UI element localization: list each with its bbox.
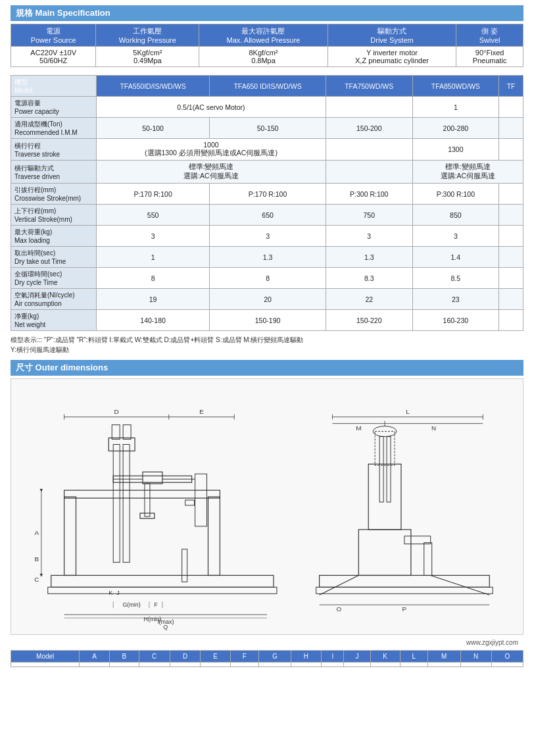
traverse-val2 <box>326 139 412 161</box>
row-vertical-label: 上下行程(mm)Vertical Stroke(mm) <box>11 205 97 226</box>
dim-col-g: G <box>259 651 291 663</box>
row-drycycle-label: 全循環時間(sec)Dry cycle Time <box>11 268 97 289</box>
svg-rect-44 <box>316 587 493 593</box>
maxload-val2: 3 <box>210 226 326 247</box>
cell-working-pressure: 5Kgf/cm²0.49Mpa <box>96 47 199 67</box>
svg-rect-1 <box>48 587 277 593</box>
dim-row-empty <box>11 663 80 667</box>
page: 規格 Main Specification 電源Power Source 工作氣… <box>0 0 534 672</box>
model-tfa750: TFA750WD/WS <box>326 76 412 97</box>
vertical-val3: 750 <box>326 205 412 226</box>
outer-dim-header: 尺寸 Outer dimensions <box>11 360 523 376</box>
crosswise-val3: P:300 R:100 <box>326 184 412 205</box>
footnote-line1: 模型表示::: "P":成品臂 "R":料頭臂 I:單截式 W:雙截式 D:成品… <box>11 335 523 345</box>
power-capacity-val4 <box>499 97 523 118</box>
weight-val2: 150-190 <box>210 310 326 331</box>
svg-text:M: M <box>356 424 361 432</box>
drycycle-val4: 8.5 <box>412 268 499 289</box>
dim-col-d: D <box>170 651 201 663</box>
svg-rect-13 <box>143 472 162 484</box>
svg-text:O: O <box>337 605 342 613</box>
weight-val1: 140-180 <box>97 310 210 331</box>
vertical-val4: 850 <box>412 205 499 226</box>
diagram-area: A B C D E G(min) <box>11 378 523 635</box>
svg-rect-14 <box>145 484 150 517</box>
drycycle-val5 <box>499 268 523 289</box>
vertical-val1: 550 <box>97 205 210 226</box>
cell-swivel: 90°FixedPneumatic <box>456 47 523 67</box>
air-val5 <box>499 289 523 310</box>
col-working-pressure: 工作氣壓Working Pressure <box>96 24 199 47</box>
imm-val4: 200-280 <box>412 118 499 139</box>
svg-text:K: K <box>109 590 112 596</box>
col-max-pressure: 最大容許氣壓Max. Allowed Pressure <box>199 24 328 47</box>
crosswise-val1: P:170 R:100 <box>97 184 210 205</box>
dim-col-f: F <box>230 651 259 663</box>
dim-col-j: J <box>344 651 370 663</box>
imm-val5 <box>499 118 523 139</box>
drytime-val1: 1 <box>97 247 210 268</box>
dim-col-l: L <box>400 651 427 663</box>
row-traverse-driven-label: 橫行驅動方式Traverse driven <box>11 161 97 184</box>
traverse-val1: 1000(選購1300 必須用變頻馬達或AC伺服馬達) <box>97 139 326 161</box>
row-maxload-label: 最大荷重(kg)Max loading <box>11 226 97 247</box>
col-swivel: 側 姿Swivel <box>456 24 523 47</box>
svg-rect-43 <box>320 575 490 587</box>
website-text: www.zgxjiypt.com <box>11 638 523 647</box>
crosswise-val5 <box>499 184 523 205</box>
imm-val3: 150-200 <box>326 118 412 139</box>
svg-text:N: N <box>431 424 436 432</box>
svg-text:L: L <box>406 408 410 415</box>
dim-col-model: Model <box>11 651 80 663</box>
col-drive-system: 驅動方式Drive System <box>328 24 456 47</box>
dim-col-m: M <box>427 651 460 663</box>
maxload-val4: 3 <box>412 226 499 247</box>
air-val4: 23 <box>412 289 499 310</box>
model-label-header: 機型Model <box>11 76 97 97</box>
model-tfa650: TFA650 ID/IS/WD/WS <box>210 76 326 97</box>
svg-rect-4 <box>64 490 220 498</box>
row-weight-label: 净重(kg)Net weight <box>11 310 97 331</box>
traverse-val4 <box>499 139 523 161</box>
svg-rect-49 <box>379 437 383 502</box>
svg-text:E: E <box>199 408 204 415</box>
row-crosswise-label: 引拔行程(mm)Crosswise Stroke(mm) <box>11 184 97 205</box>
drycycle-val3: 8.3 <box>326 268 412 289</box>
diagram-svg: A B C D E G(min) <box>11 379 523 634</box>
traverse-driven-val1: 標準:變頻馬達選購:AC伺服馬達 <box>97 161 326 184</box>
svg-rect-52 <box>424 543 432 576</box>
air-val1: 19 <box>97 289 210 310</box>
svg-text:A: A <box>34 529 39 536</box>
drycycle-val2: 8 <box>210 268 326 289</box>
dim-col-h: H <box>291 651 322 663</box>
svg-rect-46 <box>368 464 401 529</box>
dim-col-o: O <box>491 651 523 663</box>
row-traverse-label: 橫行行程Traverse stroke <box>11 139 97 161</box>
imm-val1: 50-100 <box>97 118 210 139</box>
model-tfa550: TFA550ID/IS/WD/WS <box>97 76 210 97</box>
svg-rect-16 <box>182 549 187 582</box>
vertical-val5 <box>499 205 523 226</box>
main-spec-header: 規格 Main Specification <box>11 5 523 21</box>
model-spec-table: 機型Model TFA550ID/IS/WD/WS TFA650 ID/IS/W… <box>11 75 523 331</box>
weight-val5 <box>499 310 523 331</box>
svg-text:B: B <box>34 555 39 563</box>
crosswise-val2: P:170 R:100 <box>210 184 326 205</box>
main-spec-section: 規格 Main Specification 電源Power Source 工作氣… <box>11 5 523 67</box>
model-tf: TF <box>499 76 523 97</box>
svg-text:P: P <box>402 605 407 613</box>
footnote: 模型表示::: "P":成品臂 "R":料頭臂 I:單截式 W:雙截式 D:成品… <box>11 335 523 355</box>
svg-rect-5 <box>113 444 120 562</box>
dim-col-a: A <box>80 651 109 663</box>
svg-text:C: C <box>34 576 39 583</box>
weight-val4: 160-230 <box>412 310 499 331</box>
svg-rect-45 <box>358 530 411 576</box>
cell-power: AC220V ±10V50/60HZ <box>11 47 96 67</box>
dimension-table: Model A B C D E F G H I J K L M N O <box>11 650 523 667</box>
svg-text:J: J <box>116 590 119 596</box>
svg-text:F: F <box>154 601 158 608</box>
svg-line-53 <box>320 575 359 595</box>
svg-rect-50 <box>387 437 391 502</box>
svg-rect-3 <box>208 497 220 575</box>
row-air-label: 空氣消耗量(Nl/cycle)Air consumption <box>11 289 97 310</box>
